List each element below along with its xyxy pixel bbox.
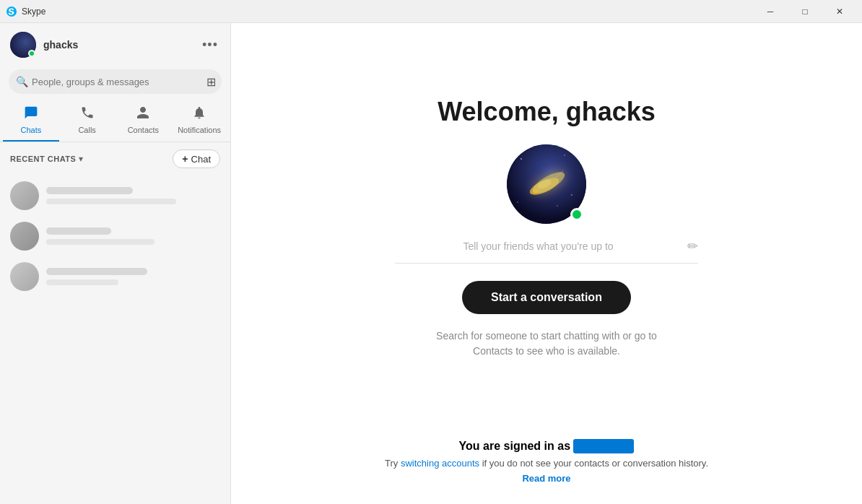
edit-status-icon[interactable]: ✏ [687,238,698,254]
signed-in-name-badge [573,439,634,453]
search-hint: Search for someone to start chatting wit… [436,329,657,359]
contacts-icon [136,105,150,123]
chat-msg-bar [46,199,176,204]
chat-name-bar [46,187,133,194]
svg-point-6 [557,205,558,207]
skype-icon [6,6,17,17]
maximize-button[interactable]: □ [788,0,822,23]
recent-chats-title: RECENT CHATS [10,155,76,163]
read-more-link[interactable]: Read more [522,473,570,484]
welcome-section: Welcome, ghacks [395,97,698,402]
app-title: Skype [22,6,45,17]
avatar-container[interactable] [10,32,36,58]
profile-online-dot [570,208,583,221]
profile-avatar-wrap[interactable] [507,144,586,224]
list-item[interactable] [0,175,230,216]
chat-info [46,187,220,204]
signed-in-row: You are signed in as [459,439,635,453]
minimize-button[interactable]: ─ [754,0,787,23]
calls-tab-label: Calls [78,126,95,134]
titlebar: Skype ─ □ ✕ [0,0,862,23]
tab-calls[interactable]: Calls [59,100,116,142]
start-conversation-button[interactable]: Start a conversation [462,281,631,314]
welcome-title: Welcome, ghacks [437,97,655,127]
chat-info [46,268,220,285]
more-options-button[interactable]: ••• [200,35,220,55]
notifications-icon [192,105,206,123]
chat-avatar [10,262,39,291]
sidebar: ghacks ••• 🔍 ⊞ Chats Calls [0,23,231,504]
switching-accounts-link[interactable]: switching accounts [401,458,479,469]
username-label: ghacks [43,39,193,51]
search-hint-line2: Contacts to see who is available. [473,345,620,357]
tab-notifications[interactable]: Notifications [171,100,227,142]
chat-msg-bar [46,279,118,285]
close-button[interactable]: ✕ [823,0,856,23]
chat-name-bar [46,227,111,235]
chat-info [46,227,220,245]
switching-suffix: if you do not see your contacts or conve… [479,458,708,469]
svg-point-4 [571,194,573,196]
search-icon: 🔍 [16,76,28,87]
chat-button-label: Chat [191,154,211,165]
signed-in-label: You are signed in as [459,440,570,452]
list-item[interactable] [0,256,230,297]
titlebar-left: Skype [6,6,45,17]
user-header: ghacks ••• [0,23,230,66]
new-chat-button[interactable]: + Chat [173,149,220,168]
chat-name-bar [46,268,147,275]
calls-icon [80,105,95,123]
svg-point-3 [564,155,565,156]
svg-point-5 [517,201,518,202]
chevron-down-icon: ▾ [79,154,83,164]
window-controls: ─ □ ✕ [754,0,856,23]
switching-prefix: Try [385,458,401,469]
plus-icon: + [182,153,188,165]
list-item[interactable] [0,216,230,256]
status-line: Tell your friends what you're up to ✏ [395,238,698,264]
app-body: ghacks ••• 🔍 ⊞ Chats Calls [0,23,862,504]
chats-icon [24,105,38,123]
main-content: Welcome, ghacks [231,23,862,504]
search-bar: 🔍 ⊞ [9,69,222,94]
tab-contacts[interactable]: Contacts [116,100,172,142]
notifications-tab-label: Notifications [178,126,221,134]
contacts-tab-label: Contacts [128,126,159,134]
chat-msg-bar [46,239,154,245]
nav-tabs: Chats Calls Contacts Notifications [0,100,230,142]
online-status-dot [28,50,35,57]
grid-button[interactable]: ⊞ [206,75,216,89]
chat-avatar [10,222,39,251]
tab-chats[interactable]: Chats [3,100,59,142]
recent-chats-header: RECENT CHATS ▾ + Chat [0,142,230,173]
chats-tab-label: Chats [21,126,42,134]
recent-chats-toggle[interactable]: RECENT CHATS ▾ [10,154,83,164]
search-input[interactable] [9,69,222,94]
signed-in-section: You are signed in as Try switching accou… [231,439,862,484]
chat-avatar [10,181,39,210]
status-placeholder-text: Tell your friends what you're up to [395,240,682,252]
svg-point-2 [521,158,522,160]
switching-text: Try switching accounts if you do not see… [385,458,708,469]
search-hint-line1: Search for someone to start chatting wit… [436,330,657,342]
chat-list [0,173,230,504]
